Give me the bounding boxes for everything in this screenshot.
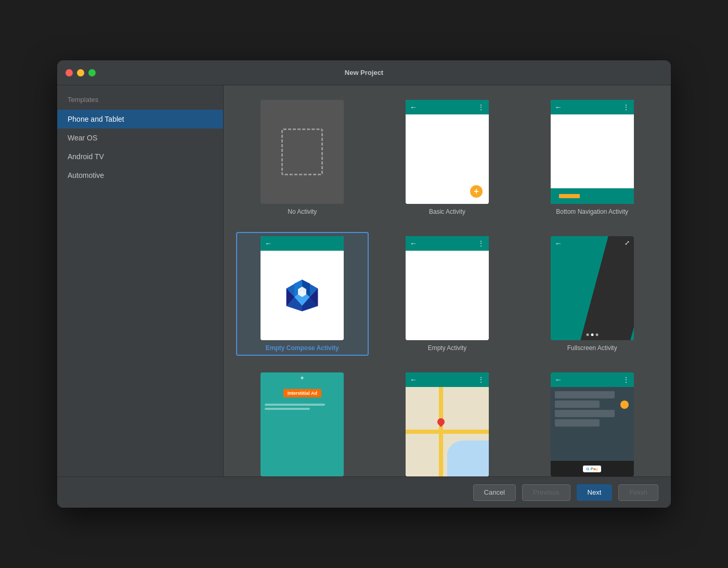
template-fullscreen[interactable]: ← ⤢ Fullscreen Activity — [526, 232, 658, 356]
bottom-navigation-bar — [551, 188, 634, 204]
template-bottom-nav[interactable]: ← ⋮ Bottom Navigation Activity — [526, 96, 658, 220]
more-options-icon: ⋮ — [623, 376, 630, 383]
sidebar-item-phone-tablet[interactable]: Phone and Tablet — [57, 110, 223, 128]
template-name-basic-activity: Basic Activity — [429, 208, 465, 215]
android-studio-icon — [284, 277, 320, 314]
back-arrow-icon: ← — [555, 239, 562, 248]
expand-icon: ⤢ — [625, 239, 630, 247]
fullscreen-toolbar: ← — [551, 236, 634, 251]
map-pin — [437, 418, 445, 428]
maps-mockup: ← ⋮ — [406, 372, 489, 476]
back-arrow-icon: ← — [410, 376, 417, 384]
dot-1 — [586, 333, 589, 336]
sidebar: Templates Phone and Tablet Wear OS Andro… — [57, 85, 224, 476]
map-road-vertical — [439, 387, 443, 476]
basic-toolbar: ← ⋮ — [406, 100, 489, 114]
template-preview-fullscreen: ← ⤢ — [551, 236, 634, 340]
gpay-toolbar: ← ⋮ — [551, 372, 634, 387]
fullscreen-mockup: ← ⤢ — [551, 236, 634, 340]
template-interstitial-ad[interactable]: Interstitial Ad Interstitial Ad — [236, 368, 369, 476]
back-arrow-icon: ← — [410, 103, 417, 111]
template-empty-compose[interactable]: ← — [236, 232, 369, 356]
titlebar: New Project — [57, 60, 671, 85]
interstitial-mockup: Interstitial Ad — [261, 372, 344, 476]
map-water — [447, 441, 489, 476]
gpay-bottom-bar: G Pay — [551, 461, 634, 476]
template-name-empty-compose: Empty Compose Activity — [266, 344, 339, 352]
previous-button[interactable]: Previous — [522, 484, 570, 501]
sidebar-item-wear-os[interactable]: Wear OS — [57, 128, 223, 147]
basic-body: + — [406, 114, 489, 204]
more-options-icon: ⋮ — [478, 376, 485, 383]
template-empty-activity[interactable]: ← ⋮ Empty Activity — [381, 232, 514, 356]
sidebar-item-automotive[interactable]: Automotive — [57, 166, 223, 185]
gpay-logo-y: y — [596, 467, 598, 471]
basic-activity-mockup: ← ⋮ + — [406, 100, 489, 204]
template-google-maps[interactable]: ← ⋮ — [381, 368, 514, 476]
bottom-nav-mockup: ← ⋮ — [551, 100, 634, 204]
status-dot — [301, 377, 304, 379]
main-window: New Project Templates Phone and Tablet W… — [57, 60, 671, 508]
gpay-logo-p: P — [590, 467, 594, 471]
template-preview-no-activity — [261, 100, 344, 204]
back-arrow-icon: ← — [555, 103, 562, 111]
template-name-empty-activity: Empty Activity — [428, 344, 467, 352]
gpay-card-4 — [555, 419, 600, 427]
template-name-fullscreen: Fullscreen Activity — [567, 344, 617, 352]
template-preview-empty-activity: ← ⋮ — [406, 236, 489, 340]
compose-mockup: ← — [261, 236, 344, 340]
template-name-no-activity: No Activity — [288, 208, 317, 215]
map-background — [406, 387, 489, 476]
window-title: New Project — [345, 69, 383, 76]
next-button[interactable]: Next — [577, 484, 613, 501]
template-preview-basic-activity: ← ⋮ + — [406, 100, 489, 204]
star-icon: ★ — [622, 402, 627, 408]
back-arrow-icon: ← — [555, 376, 562, 384]
template-basic-activity[interactable]: ← ⋮ + Basic Activity — [381, 96, 514, 220]
gpay-logo: G Pay — [583, 466, 601, 472]
map-pin-head — [436, 417, 446, 427]
template-name-bottom-nav: Bottom Navigation Activity — [556, 208, 628, 215]
gpay-card-1 — [555, 391, 615, 398]
dot-2 — [591, 333, 593, 336]
bottom-nav-body — [551, 114, 634, 188]
more-options-icon: ⋮ — [623, 104, 630, 111]
compose-toolbar: ← — [261, 236, 344, 251]
empty-mockup: ← ⋮ — [406, 236, 489, 340]
back-arrow-icon: ← — [265, 239, 272, 248]
finish-button[interactable]: Finish — [618, 484, 658, 501]
gpay-body: ★ — [551, 387, 634, 461]
minimize-button[interactable] — [77, 69, 84, 76]
template-preview-bottom-nav: ← ⋮ — [551, 100, 634, 204]
gpay-card-2 — [555, 401, 600, 408]
empty-body — [406, 251, 489, 340]
dot-3 — [595, 333, 598, 336]
main-content: Templates Phone and Tablet Wear OS Andro… — [57, 85, 671, 476]
template-preview-google-pay: ← ⋮ ★ — [551, 372, 634, 476]
gpay-mockup: ← ⋮ ★ — [551, 372, 634, 476]
window-controls — [66, 69, 96, 76]
template-no-activity[interactable]: No Activity — [236, 96, 369, 220]
pager-dots — [586, 333, 598, 336]
bottom-action-bar: Cancel Previous Next Finish — [57, 476, 671, 508]
sidebar-item-android-tv[interactable]: Android TV — [57, 147, 223, 166]
templates-content-area: No Activity ← ⋮ + — [224, 85, 671, 476]
more-options-icon: ⋮ — [478, 240, 485, 247]
map-body — [406, 387, 489, 476]
template-preview-google-maps: ← ⋮ — [406, 372, 489, 476]
fullscreen-diagonal — [580, 236, 634, 340]
more-options-icon: ⋮ — [478, 104, 485, 111]
gpay-fab: ★ — [620, 401, 629, 409]
template-google-pay[interactable]: ← ⋮ ★ — [526, 368, 658, 476]
gpay-card-3 — [555, 410, 615, 417]
template-preview-interstitial-ad: Interstitial Ad — [261, 372, 344, 476]
nav-bar-indicator — [559, 194, 580, 198]
content-line-1 — [265, 404, 324, 406]
cancel-button[interactable]: Cancel — [473, 484, 516, 501]
compose-body — [261, 251, 344, 340]
close-button[interactable] — [66, 69, 73, 76]
maximize-button[interactable] — [88, 69, 96, 76]
basic-fab-icon: + — [470, 185, 483, 198]
dashed-rectangle — [281, 128, 323, 175]
interstitial-ad-badge: Interstitial Ad — [283, 389, 321, 397]
